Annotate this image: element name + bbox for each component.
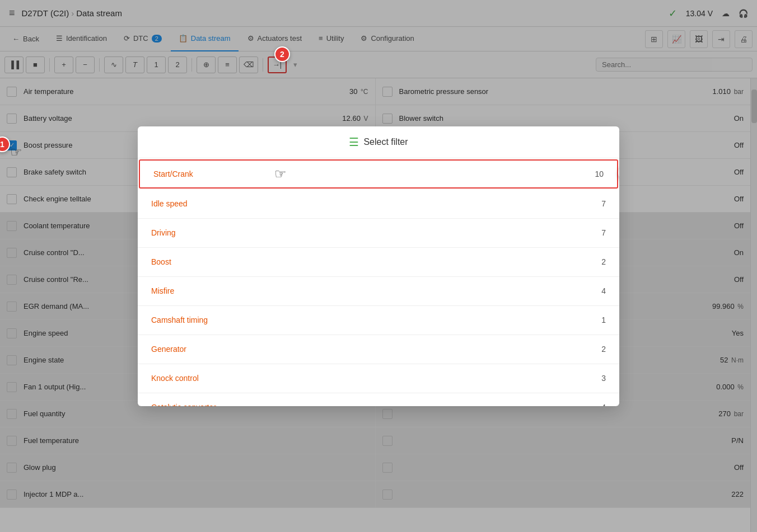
modal-title: Select filter [363,137,408,147]
modal-count-catalytic: 4 [601,403,606,406]
modal-count-knock: 3 [601,374,606,383]
modal-row-camshaft[interactable]: Camshaft timing 1 [138,306,619,335]
modal-count-idle-speed: 7 [601,199,606,208]
modal-row-generator[interactable]: Generator 2 [138,335,619,364]
modal-count-generator: 2 [601,345,606,354]
modal-row-start-crank[interactable]: Start/Crank 10 3 ☞ [139,159,618,189]
modal-filter-icon: ☰ [349,135,359,149]
modal-count-boost: 2 [601,257,606,266]
modal-label-generator: Generator [151,345,601,354]
modal-label-catalytic: Catalytic converter [151,403,601,406]
annotation-2: 2 [274,46,290,62]
modal-row-idle-speed[interactable]: Idle speed 7 [138,190,619,219]
modal-label-camshaft: Camshaft timing [151,316,601,324]
modal-count-misfire: 4 [601,286,606,295]
modal-label-knock: Knock control [151,374,601,383]
modal-label-misfire: Misfire [151,286,601,295]
modal-row-driving[interactable]: Driving 7 [138,219,619,248]
modal-row-boost[interactable]: Boost 2 [138,248,619,277]
modal-header: ☰ Select filter [138,126,619,158]
select-filter-modal: ☰ Select filter Start/Crank 10 3 ☞ Idle … [138,126,619,406]
modal-count-start-crank: 10 [595,170,604,178]
modal-row-catalytic[interactable]: Catalytic converter 4 [138,393,619,406]
modal-row-misfire[interactable]: Misfire 4 [138,277,619,306]
modal-label-start-crank: Start/Crank [153,170,595,178]
modal-label-idle-speed: Idle speed [151,199,601,208]
modal-count-camshaft: 1 [601,316,606,324]
annotation-3: 3 [618,165,619,181]
modal-row-knock[interactable]: Knock control 3 [138,364,619,393]
modal-label-driving: Driving [151,228,601,237]
modal-overlay[interactable]: ☰ Select filter Start/Crank 10 3 ☞ Idle … [0,0,757,532]
modal-label-boost: Boost [151,257,601,266]
modal-count-driving: 7 [601,228,606,237]
